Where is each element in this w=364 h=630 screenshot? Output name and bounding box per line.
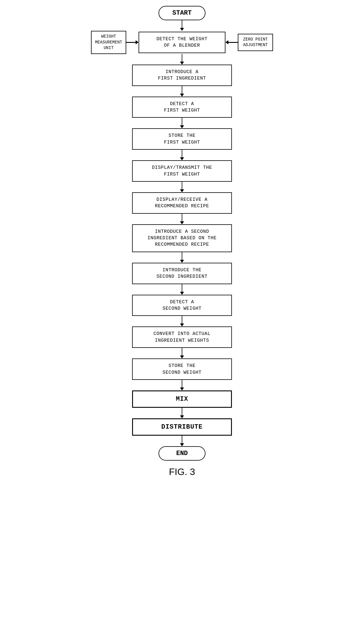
figure-label: FIG. 3 xyxy=(169,466,195,477)
start-node: START xyxy=(159,6,205,20)
arrow-left-to-center xyxy=(126,38,139,47)
arrow-4 xyxy=(180,150,184,160)
zero-point-adjustment-box: ZERO POINT ADJUSTMENT xyxy=(238,34,273,51)
arrow-start-to-detect-blender xyxy=(180,20,184,31)
display-transmit-first-box: DISPLAY/TRANSMIT THE FIRST WEIGHT xyxy=(132,160,232,182)
arrow-right-to-center xyxy=(225,38,238,47)
arrow-8 xyxy=(180,284,184,295)
detect-first-weight-box: DETECT A FIRST WEIGHT xyxy=(132,97,232,118)
flowchart: START WEIGHT MEASUREMENT UNIT DETECT THE… xyxy=(91,6,273,477)
detect-blender-box: DETECT THE WEIGHT OF A BLENDER xyxy=(139,32,225,53)
arrow-1 xyxy=(180,54,184,65)
weight-measurement-unit-box: WEIGHT MEASUREMENT UNIT xyxy=(91,31,126,54)
convert-weights-box: CONVERT INTO ACTUAL INGREDIENT WEIGHTS xyxy=(132,326,232,348)
display-receive-recipe-box: DISPLAY/RECEIVE A RECOMMENDED RECIPE xyxy=(132,192,232,214)
mix-box: MIX xyxy=(132,390,232,408)
arrow-5 xyxy=(180,182,184,192)
arrow-11 xyxy=(180,380,184,390)
arrow-3 xyxy=(180,118,184,128)
introduce-second-based-box: INTRODUCE A SECOND INGREDIENT BASED ON T… xyxy=(132,224,232,252)
arrow-13 xyxy=(180,436,184,446)
arrow-10 xyxy=(180,348,184,358)
arrow-7 xyxy=(180,252,184,263)
introduce-first-ingredient-box: INTRODUCE A FIRST INGREDIENT xyxy=(132,65,232,86)
arrow-9 xyxy=(180,316,184,326)
arrow-2 xyxy=(180,86,184,97)
end-node: END xyxy=(159,446,205,461)
detect-second-weight-box: DETECT A SECOND WEIGHT xyxy=(132,295,232,316)
arrow-12 xyxy=(180,408,184,418)
introduce-second-ingredient-box: INTRODUCE THE SECOND INGREDIENT xyxy=(132,263,232,284)
distribute-box: DISTRIBUTE xyxy=(132,418,232,436)
detect-blender-row: WEIGHT MEASUREMENT UNIT DETECT THE WEIGH… xyxy=(91,31,273,54)
store-second-weight-box: STORE THE SECOND WEIGHT xyxy=(132,358,232,380)
store-first-weight-box: STORE THE FIRST WEIGHT xyxy=(132,128,232,150)
arrow-6 xyxy=(180,214,184,224)
